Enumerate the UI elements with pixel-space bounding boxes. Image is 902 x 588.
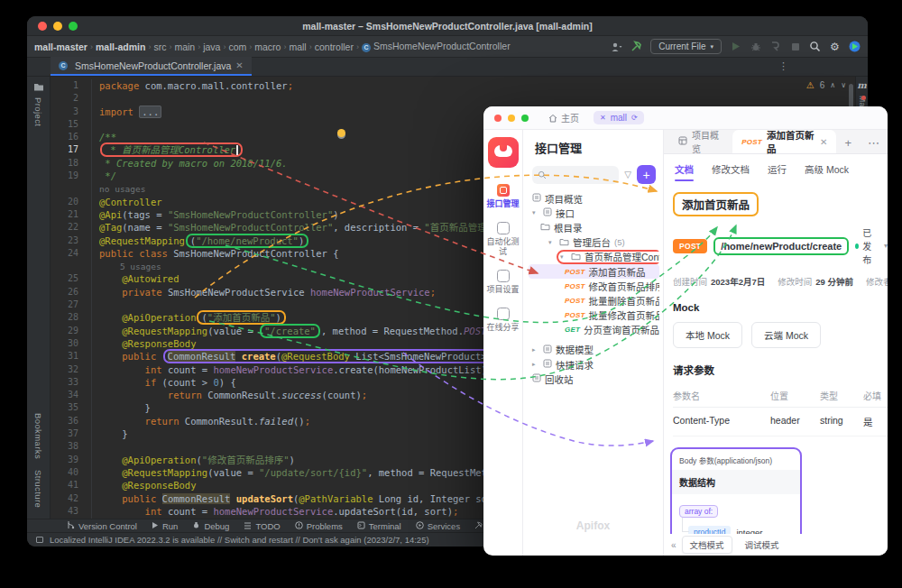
breadcrumb-item[interactable]: macro bbox=[254, 41, 281, 52]
tree-item[interactable]: POST批量修改首页新品状态 bbox=[529, 308, 659, 323]
new-tab-button[interactable]: + bbox=[836, 132, 860, 153]
tree-item[interactable]: POST添加首页新品 bbox=[529, 264, 659, 279]
mock-button-云端 Mock[interactable]: 云端 Mock bbox=[751, 322, 821, 348]
rail-item-在线分享[interactable]: 在线分享 bbox=[484, 308, 522, 332]
event-log-icon[interactable] bbox=[36, 537, 43, 543]
tree-item[interactable]: ▾首页新品管理Controller(5) bbox=[529, 250, 659, 264]
add-api-button[interactable]: + bbox=[637, 165, 656, 184]
breadcrumb-item[interactable]: controller bbox=[315, 41, 354, 52]
rail-item-项目设置[interactable]: 项目设置 bbox=[484, 270, 522, 294]
usages-inlay[interactable]: no usages bbox=[99, 184, 145, 194]
doc-tab-添加首页新品[interactable]: POST添加首页新品✕ bbox=[732, 130, 836, 153]
settings-gear-icon[interactable]: ⚙ bbox=[829, 41, 841, 52]
status-message[interactable]: Localized IntelliJ IDEA 2022.3.2 is avai… bbox=[50, 535, 429, 545]
user-profile-icon[interactable] bbox=[611, 41, 622, 52]
search-everywhere-icon[interactable] bbox=[809, 41, 821, 52]
tree-caret-icon[interactable]: ▾ bbox=[532, 209, 539, 216]
breadcrumb-item[interactable]: mall-admin bbox=[96, 41, 145, 52]
tree-item-label: 批量删除首页新品 bbox=[589, 294, 659, 308]
tab-label: 项目概览 bbox=[692, 128, 723, 155]
line-number bbox=[51, 260, 92, 272]
close-window-button[interactable] bbox=[38, 22, 47, 31]
tab-more-icon[interactable]: ⋯ bbox=[860, 132, 888, 153]
editor-tab[interactable]: C SmsHomeNewProductController.java ✕ bbox=[51, 57, 252, 76]
run-configuration-select[interactable]: Current File ▾ bbox=[650, 39, 722, 54]
tree-item[interactable]: ▾接口 bbox=[529, 206, 659, 220]
footer-tab-调试模式[interactable]: 调试模式 bbox=[738, 537, 787, 553]
tree-caret-icon[interactable]: ▸ bbox=[532, 346, 539, 354]
filter-icon[interactable]: ▽ bbox=[624, 170, 631, 179]
toolwindow-button-terminal[interactable]: Terminal bbox=[357, 521, 401, 531]
close-icon[interactable]: ✕ bbox=[600, 114, 606, 122]
toolwindow-button-debug[interactable]: Debug bbox=[192, 521, 229, 531]
project-folder-icon[interactable] bbox=[33, 82, 44, 92]
toolwindow-button-todo[interactable]: TODO bbox=[244, 521, 280, 531]
close-tab-icon[interactable]: ✕ bbox=[235, 60, 243, 70]
usages-inlay[interactable]: 5 usages bbox=[99, 262, 161, 271]
breadcrumb-item[interactable]: java bbox=[203, 41, 220, 52]
toolwindow-button-run[interactable]: Run bbox=[152, 521, 178, 531]
run-button[interactable] bbox=[730, 41, 741, 52]
minimize-window-button[interactable] bbox=[53, 22, 62, 31]
home-button[interactable]: 主页 bbox=[548, 111, 579, 124]
doc-tab-项目概览[interactable]: 项目概览 bbox=[669, 130, 732, 153]
tree-caret-icon[interactable]: ▾ bbox=[560, 253, 567, 261]
intention-bulb-icon[interactable] bbox=[337, 129, 345, 137]
debug-button[interactable] bbox=[750, 41, 761, 52]
breadcrumb-item[interactable]: mall-master bbox=[34, 41, 87, 52]
breadcrumb-class[interactable]: CSmsHomeNewProductController bbox=[362, 41, 511, 52]
mock-button-本地 Mock[interactable]: 本地 Mock bbox=[673, 322, 742, 348]
doc-view-tab-文档[interactable]: 文档 bbox=[675, 162, 694, 176]
breadcrumb[interactable]: mall-master›mall-admin›src›main›java›com… bbox=[34, 41, 511, 52]
tree-item[interactable]: POST批量删除首页新品 bbox=[529, 293, 659, 308]
breadcrumb-item[interactable]: mall bbox=[289, 41, 306, 52]
refresh-icon[interactable]: ⟳ bbox=[631, 114, 638, 122]
tree-item[interactable]: 项目概览 bbox=[529, 191, 659, 206]
tree-item[interactable]: GET分页查询首页新品 bbox=[529, 323, 659, 337]
window-controls[interactable] bbox=[38, 22, 78, 31]
toolwindow-button-version-control[interactable]: Version Control bbox=[67, 520, 137, 531]
tree-item[interactable]: POST修改首页新品排序 bbox=[529, 279, 659, 293]
doc-view-tab-修改文档[interactable]: 修改文档 bbox=[712, 162, 750, 176]
zoom-window-button[interactable] bbox=[69, 22, 78, 31]
tool-stripe-bookmarks[interactable]: Bookmarks bbox=[33, 413, 43, 459]
close-window-button[interactable] bbox=[494, 115, 502, 122]
inspections-widget[interactable]: ⚠ 6 ∧ ∨ bbox=[806, 80, 846, 90]
tree-item[interactable]: ▸数据模型 bbox=[529, 343, 659, 357]
coverage-button[interactable] bbox=[769, 41, 781, 52]
tree-item[interactable]: 根目录 bbox=[529, 220, 659, 234]
maven-icon[interactable]: m bbox=[857, 80, 867, 90]
search-input[interactable] bbox=[532, 166, 619, 184]
project-tab-chip[interactable]: ✕ mall ⟳ bbox=[594, 111, 644, 124]
tree-item[interactable]: 回收站 bbox=[529, 372, 659, 386]
rail-item-自动化测试[interactable]: 自动化测试 bbox=[484, 222, 522, 256]
toolwindow-button-services[interactable]: Services bbox=[416, 521, 460, 531]
next-warning-icon[interactable]: ∨ bbox=[841, 81, 846, 89]
minimize-window-button[interactable] bbox=[508, 115, 515, 122]
tab-options-icon[interactable]: ⋮ bbox=[778, 60, 788, 72]
tree-caret-icon[interactable]: ▸ bbox=[532, 361, 539, 368]
rail-item-接口管理[interactable]: 接口管理 bbox=[484, 184, 522, 208]
breadcrumb-item[interactable]: com bbox=[228, 41, 246, 52]
breadcrumb-item[interactable]: src bbox=[153, 41, 166, 52]
tree-item[interactable]: ▾管理后台(5) bbox=[529, 235, 659, 250]
line-number: 34 bbox=[51, 389, 92, 401]
doc-view-tab-高级 Mock[interactable]: 高级 Mock bbox=[805, 162, 849, 176]
build-hammer-icon[interactable] bbox=[630, 41, 642, 52]
collapse-icon[interactable]: « bbox=[671, 540, 676, 550]
publish-status[interactable]: 已发布 ▾ bbox=[855, 225, 888, 266]
doc-view-tab-运行[interactable]: 运行 bbox=[768, 162, 787, 176]
tool-stripe-project[interactable]: Project bbox=[33, 97, 43, 126]
tree-item[interactable]: ▸快捷请求 bbox=[529, 357, 659, 372]
prev-warning-icon[interactable]: ∧ bbox=[830, 81, 835, 89]
toolwindow-button-problems[interactable]: Problems bbox=[295, 521, 343, 531]
footer-tab-文档模式[interactable]: 文档模式 bbox=[682, 536, 732, 554]
breadcrumb-item[interactable]: main bbox=[174, 41, 195, 52]
stop-button[interactable] bbox=[789, 41, 801, 52]
apifox-window-controls[interactable] bbox=[494, 115, 529, 122]
tool-stripe-structure[interactable]: Structure bbox=[33, 470, 43, 508]
ide-plugin-icon[interactable] bbox=[849, 41, 861, 52]
zoom-window-button[interactable] bbox=[521, 115, 529, 122]
close-tab-icon[interactable]: ✕ bbox=[820, 137, 827, 147]
tree-caret-icon[interactable]: ▾ bbox=[548, 239, 556, 246]
